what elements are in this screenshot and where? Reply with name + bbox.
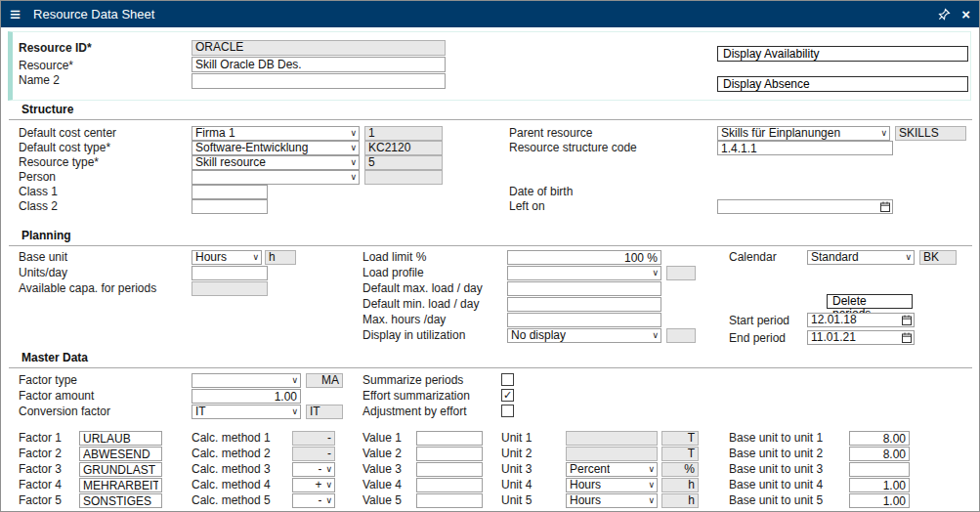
calc-method-dropdown[interactable]: - ∨ xyxy=(292,493,335,508)
dropdown-value: + xyxy=(315,479,321,491)
factor-type-dropdown[interactable]: ∨ xyxy=(192,373,301,388)
dropdown-value: IT xyxy=(195,405,206,418)
date-value: 11.01.21 xyxy=(811,331,902,344)
unit-dropdown[interactable]: Percent ∨ xyxy=(566,462,658,477)
base-unit-label: Base unit xyxy=(19,251,67,264)
end-period-date-input[interactable]: 11.01.21 xyxy=(807,330,915,345)
default-max-load-input[interactable] xyxy=(507,281,661,296)
start-period-date-input[interactable]: 12.01.18 xyxy=(807,313,915,327)
factor-name-input[interactable] xyxy=(79,493,162,508)
calendar-icon[interactable] xyxy=(902,332,912,343)
value-input[interactable] xyxy=(416,447,483,461)
factor-name-input[interactable] xyxy=(79,478,162,492)
start-period-label: Start period xyxy=(729,315,789,327)
unit-label: Unit 5 xyxy=(501,494,532,507)
unit-code-field: % xyxy=(661,462,699,477)
summarize-periods-checkbox[interactable] xyxy=(501,373,514,386)
chevron-down-icon: ∨ xyxy=(289,407,298,416)
display-absence-button[interactable]: Display Absence xyxy=(717,76,968,92)
effort-summarization-checkbox[interactable]: ✓ xyxy=(501,389,514,402)
calc-method-field: - xyxy=(292,447,335,461)
factor-type-label: Factor type xyxy=(19,374,77,387)
unit-dropdown[interactable]: Hours ∨ xyxy=(566,478,658,492)
display-in-utilization-dropdown[interactable]: No display ∨ xyxy=(507,328,661,343)
adjustment-by-effort-checkbox[interactable] xyxy=(501,405,514,417)
effort-summarization-label: Effort summarization xyxy=(362,390,470,403)
max-hours-per-day-input[interactable] xyxy=(507,313,661,327)
default-cost-center-dropdown[interactable]: Firma 1 ∨ xyxy=(192,126,360,141)
section-title-structure: Structure xyxy=(9,103,972,120)
load-profile-dropdown[interactable]: ∨ xyxy=(507,266,661,280)
factor-amount-label: Factor amount xyxy=(19,390,94,403)
conversion-factor-dropdown[interactable]: IT ∨ xyxy=(192,405,301,419)
unit-code-field: h xyxy=(661,478,699,492)
resource-type-dropdown[interactable]: Skill resource ∨ xyxy=(192,155,360,170)
base-unit-dropdown[interactable]: Hours ∨ xyxy=(192,250,262,265)
calendar-dropdown[interactable]: Standard ∨ xyxy=(807,250,915,265)
calendar-icon[interactable] xyxy=(880,201,890,212)
dropdown-value: Software-Entwicklung xyxy=(195,142,308,154)
adjustment-by-effort-label: Adjustment by effort xyxy=(362,405,467,418)
resource-input[interactable] xyxy=(192,57,446,72)
base-unit-to-unit-input[interactable] xyxy=(849,447,910,461)
dropdown-value: Hours xyxy=(570,479,601,491)
value-input[interactable] xyxy=(416,431,483,446)
base-unit-to-unit-input[interactable] xyxy=(849,493,910,508)
dropdown-value: Skills für Einplanungen xyxy=(721,127,840,140)
class2-input[interactable] xyxy=(192,199,268,214)
base-unit-to-unit-input[interactable] xyxy=(849,478,910,492)
calendar-label: Calendar xyxy=(729,251,777,264)
dropdown-value: No display xyxy=(511,329,566,342)
resource-id-field: ORACLE xyxy=(192,40,446,56)
close-icon[interactable]: × xyxy=(961,7,970,21)
calc-method-dropdown[interactable]: + ∨ xyxy=(292,478,335,492)
chevron-down-icon: ∨ xyxy=(323,496,332,505)
units-per-day-input[interactable] xyxy=(192,266,268,280)
calc-method-label: Calc. method 2 xyxy=(192,448,271,460)
dropdown-value: Percent xyxy=(570,463,610,476)
default-min-load-label: Default min. load / day xyxy=(362,298,479,311)
value-input[interactable] xyxy=(416,493,483,508)
calendar-icon[interactable] xyxy=(902,315,912,325)
dropdown-value: Firma 1 xyxy=(195,127,235,140)
base-unit-to-unit-label: Base unit to unit 3 xyxy=(729,463,823,476)
resource-structure-code-input[interactable] xyxy=(717,141,893,155)
person-dropdown[interactable]: ∨ xyxy=(192,170,360,185)
class1-input[interactable] xyxy=(192,185,268,199)
default-cost-type-dropdown[interactable]: Software-Entwicklung ∨ xyxy=(192,141,360,155)
dropdown-value: Hours xyxy=(570,494,601,507)
calc-method-field: - xyxy=(292,431,335,446)
display-availability-button[interactable]: Display Availability xyxy=(717,46,968,62)
delete-periods-button[interactable]: Delete periods xyxy=(827,294,913,309)
factor-name-input[interactable] xyxy=(79,462,162,477)
unit-label: Unit 3 xyxy=(501,463,532,476)
load-limit-label: Load limit % xyxy=(362,251,426,264)
factor-name-input[interactable] xyxy=(79,447,162,461)
units-per-day-label: Units/day xyxy=(19,267,67,279)
window-title: Resource Data Sheet xyxy=(33,7,154,21)
resource-data-sheet-window: ≡ Resource Data Sheet × Resource ID* ORA… xyxy=(0,0,980,512)
value-input[interactable] xyxy=(416,462,483,477)
pin-icon[interactable] xyxy=(938,8,951,21)
unit-field xyxy=(566,431,658,446)
parent-resource-code: SKILLS xyxy=(895,126,966,141)
unit-dropdown[interactable]: Hours ∨ xyxy=(566,493,658,508)
factor-amount-input[interactable] xyxy=(192,389,301,404)
parent-resource-dropdown[interactable]: Skills für Einplanungen ∨ xyxy=(717,126,890,141)
name2-input[interactable] xyxy=(192,73,446,89)
default-cost-type-code: KC2120 xyxy=(364,141,443,155)
base-unit-to-unit-input[interactable] xyxy=(849,462,910,477)
load-limit-input[interactable] xyxy=(507,250,661,265)
factor-type-code: MA xyxy=(306,373,343,388)
dropdown-value: - xyxy=(318,494,321,507)
left-on-date-input[interactable] xyxy=(717,199,893,214)
hamburger-menu-icon[interactable]: ≡ xyxy=(10,5,21,23)
value-input[interactable] xyxy=(416,478,483,492)
default-min-load-input[interactable] xyxy=(507,297,661,312)
factor-name-input[interactable] xyxy=(79,431,162,446)
chevron-down-icon: ∨ xyxy=(646,465,655,474)
base-unit-to-unit-label: Base unit to unit 5 xyxy=(729,494,823,507)
base-unit-to-unit-input[interactable] xyxy=(849,431,910,446)
calc-method-dropdown[interactable]: - ∨ xyxy=(292,462,335,477)
load-profile-label: Load profile xyxy=(362,267,424,279)
